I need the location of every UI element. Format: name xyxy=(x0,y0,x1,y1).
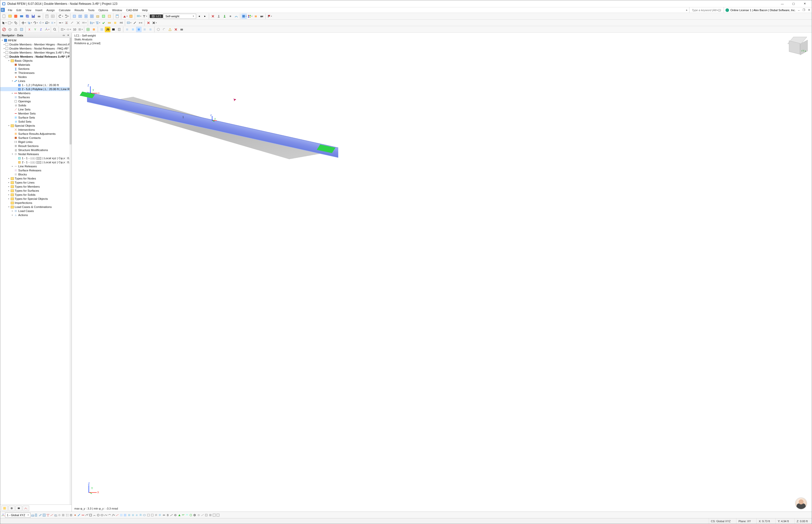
filter-button[interactable] xyxy=(142,14,148,19)
sup-ring-button[interactable] xyxy=(193,513,197,517)
expand-icon[interactable]: ▸ xyxy=(7,185,10,188)
wp-grid-button[interactable] xyxy=(62,513,65,517)
tree-model-1[interactable]: Double Members - Nodal Releases - FAQ.rf… xyxy=(10,47,71,50)
expand-icon[interactable]: ▾ xyxy=(7,125,10,127)
tree-model-2[interactable]: Double Members - Member Hinges 3.rf6* | … xyxy=(10,51,71,54)
wp-line-button[interactable] xyxy=(50,513,53,517)
expand-icon[interactable]: ▾ xyxy=(7,60,10,62)
results-options-button[interactable] xyxy=(128,14,134,19)
viewport-3d[interactable]: LC1 - Self-weight Static Analysis Rotati… xyxy=(72,33,812,511)
menu-edit[interactable]: Edit xyxy=(15,7,23,13)
tree-surfacesets[interactable]: Surface Sets xyxy=(18,116,35,119)
units-button[interactable]: mi xyxy=(118,20,124,26)
wp-origin-button[interactable] xyxy=(57,513,61,517)
draw-line-button[interactable] xyxy=(77,513,81,517)
tree-blocks[interactable]: Blocks xyxy=(18,173,27,176)
check-button[interactable] xyxy=(101,20,106,26)
window-opt-button[interactable] xyxy=(106,14,112,19)
snap-grid-button[interactable] xyxy=(66,513,69,517)
surf-rect-button[interactable] xyxy=(128,513,131,517)
mdi-restore-icon[interactable]: ❐ xyxy=(802,9,806,12)
menu-assign[interactable]: Assign xyxy=(45,7,57,13)
tree-surfacereleases[interactable]: Surface Releases xyxy=(18,169,41,172)
tree-sc[interactable]: Surface Contacts xyxy=(18,136,40,140)
open-2-button[interactable] xyxy=(151,513,154,517)
nav-tab-results[interactable] xyxy=(22,506,29,511)
tree-resultsections[interactable]: Result Sections xyxy=(18,145,38,147)
solid-1-button[interactable] xyxy=(154,513,158,517)
menu-file[interactable]: File xyxy=(6,7,15,13)
window-tile-h-button[interactable] xyxy=(83,14,89,19)
draw-circle-button[interactable] xyxy=(97,513,100,517)
sup-line-button[interactable] xyxy=(182,513,185,517)
maximize-button[interactable]: ▢ xyxy=(788,0,799,7)
intersect-button[interactable] xyxy=(75,20,81,26)
expand-icon[interactable]: ▾ xyxy=(4,55,5,58)
wp-3pt-button[interactable] xyxy=(46,513,50,517)
draw-rect-button[interactable] xyxy=(89,513,92,517)
mesh-button[interactable] xyxy=(85,27,91,32)
mesh-refine-button[interactable] xyxy=(91,27,97,32)
window-single-button[interactable] xyxy=(71,14,77,19)
mirror-button[interactable] xyxy=(38,20,44,26)
script-console-button[interactable] xyxy=(111,27,116,32)
menu-cadbim[interactable]: CAD-BIM xyxy=(124,7,140,13)
hinge-1-button[interactable] xyxy=(162,513,166,517)
info-button[interactable] xyxy=(155,27,161,32)
tree-actions[interactable]: Actions xyxy=(18,213,28,216)
draw-ellipse-button[interactable] xyxy=(100,513,104,517)
expand-icon[interactable]: ▸ xyxy=(7,194,10,196)
expand-icon[interactable]: ▸ xyxy=(7,190,10,192)
rel-node-button[interactable] xyxy=(197,513,201,517)
nav-tab-views[interactable] xyxy=(16,506,22,511)
nav-tab-data[interactable] xyxy=(1,506,8,511)
cancel-view-button[interactable] xyxy=(1,27,7,32)
script-js-button[interactable]: JS xyxy=(105,27,111,32)
line-tool-button[interactable] xyxy=(132,20,137,26)
tree-structuremod[interactable]: Structure Modifications xyxy=(18,148,48,151)
menu-results[interactable]: Results xyxy=(72,7,86,13)
copy-move-button[interactable] xyxy=(27,20,32,26)
draw-node-button[interactable] xyxy=(73,513,77,517)
select-button[interactable] xyxy=(1,20,7,26)
sup-surf-button[interactable] xyxy=(185,513,189,517)
grid2-button[interactable] xyxy=(213,513,216,517)
err-button[interactable] xyxy=(173,27,179,32)
window-4-button[interactable] xyxy=(89,14,95,19)
draw-member-button[interactable] xyxy=(81,513,85,517)
scale-button[interactable] xyxy=(44,20,50,26)
view-z-button[interactable]: Z xyxy=(38,27,44,32)
select-related-button[interactable] xyxy=(13,20,18,26)
camera2-button[interactable] xyxy=(179,27,185,32)
divide-button[interactable] xyxy=(58,20,64,26)
tree-members[interactable]: Members xyxy=(18,92,31,95)
expand-icon[interactable]: ▸ xyxy=(11,214,14,216)
node-view-button[interactable] xyxy=(227,14,233,19)
grid1-button[interactable] xyxy=(208,513,212,517)
wp-set-button[interactable] xyxy=(43,513,46,517)
expand-icon[interactable]: ▾ xyxy=(11,153,14,155)
tree-nr-2[interactable]: 2 - 1 - □□□ ▯▯▯ | Local xyz | Cφ,x : 0.0… xyxy=(22,161,71,164)
tree-basic-objects[interactable]: Basic Objects xyxy=(15,59,33,62)
render-button[interactable] xyxy=(253,14,258,19)
wp-offset-button[interactable] xyxy=(54,513,57,517)
tree-rigidlinks[interactable]: Rigid Links xyxy=(18,141,33,144)
tree-lines[interactable]: Lines xyxy=(18,80,26,82)
expand-icon[interactable]: ▸ xyxy=(11,92,14,95)
viewcube[interactable]: +Y ▸ xyxy=(788,36,808,58)
mdi-minimize-icon[interactable]: – xyxy=(797,9,800,12)
rotate-button[interactable] xyxy=(33,20,38,26)
tree-membersets[interactable]: Member Sets xyxy=(18,112,35,115)
surf-pipe-button[interactable] xyxy=(142,513,146,517)
move-button[interactable] xyxy=(21,20,27,26)
expand-icon[interactable]: ▸ xyxy=(11,210,14,213)
window-tile-v-button[interactable] xyxy=(78,14,83,19)
tree-lcc[interactable]: Load Cases & Combinations xyxy=(15,206,52,209)
window-gl-button[interactable] xyxy=(101,14,106,19)
lc-prev-button[interactable]: ◂ xyxy=(197,14,202,19)
align2-button[interactable] xyxy=(95,20,101,26)
lc-next-button[interactable]: ▸ xyxy=(202,14,208,19)
view-persp-button[interactable] xyxy=(13,27,18,32)
view-xyz-button[interactable] xyxy=(44,27,50,32)
tree-linesets[interactable]: Line Sets xyxy=(18,108,31,111)
